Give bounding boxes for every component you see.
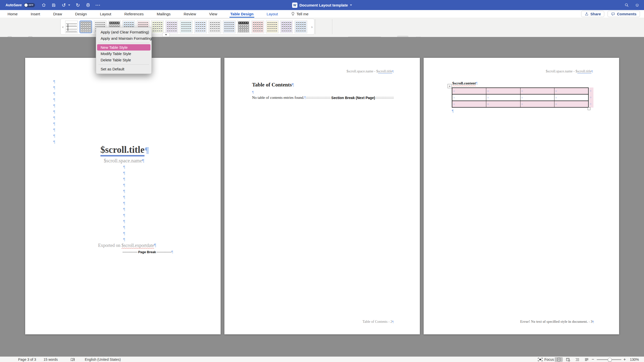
outline-view-button[interactable] (574, 357, 582, 362)
table-row[interactable]: ¤¤¤¤ (452, 95, 588, 101)
tab-tell-me[interactable]: Tell me (291, 12, 309, 16)
home-icon[interactable] (42, 3, 46, 7)
table-cell[interactable]: ¤ (452, 88, 486, 94)
autosave-toggle[interactable]: AutoSave OFF (6, 3, 35, 7)
pilcrow-mark: ¶ (123, 176, 125, 182)
word-count[interactable]: 15 words (44, 357, 58, 362)
menu-item-set-as-default[interactable]: Set as Default (97, 66, 150, 72)
pilcrow-mark: ¶ (123, 194, 125, 200)
gallery-expand-button[interactable] (162, 33, 170, 37)
print-layout-view-button[interactable] (555, 357, 563, 362)
title-chevron-down-icon[interactable] (350, 5, 352, 6)
redo-icon[interactable]: ↻ (76, 3, 80, 7)
tab-design[interactable]: Design (75, 10, 87, 18)
word-window: AutoSave OFF ↺ ↻ ··· W Document Layout t… (0, 0, 644, 362)
table-style-table-grid[interactable] (79, 21, 92, 33)
undo-icon[interactable]: ↺ (62, 3, 66, 7)
table-cell[interactable]: ¤ (486, 95, 520, 101)
table-cell[interactable]: ¤ (520, 95, 554, 101)
table-style-grid-purple[interactable] (280, 21, 293, 33)
autosave-state: OFF (29, 4, 34, 6)
menu-item-apply-maintain[interactable]: Apply and Maintain Formatting (97, 35, 150, 41)
comments-button[interactable]: Comments (608, 11, 640, 17)
print-icon[interactable] (86, 3, 90, 7)
table-row[interactable]: ¤¤¤¤ (452, 101, 588, 107)
tab-references[interactable]: References (124, 10, 144, 18)
table-style-grid-gray[interactable] (209, 21, 221, 33)
undo-chevron-down-icon[interactable] (68, 5, 70, 6)
page-1[interactable]: ¶¶¶¶¶¶¶¶¶¶¶ $scroll.title¶ $scroll.space… (25, 58, 221, 334)
tab-review[interactable]: Review (184, 10, 196, 18)
tab-layout[interactable]: Layout (100, 10, 111, 18)
table-style-grid-lavender[interactable] (166, 21, 178, 33)
table-row[interactable]: ¤¤¤¤ (452, 88, 588, 95)
menu-item-modify-table-style[interactable]: Modify Table Style (97, 51, 150, 57)
cell-end-marker: ¤ (520, 103, 523, 106)
page-3[interactable]: $scroll.space.name - $scroll.title¶ $scr… (424, 58, 619, 334)
pilcrow-mark: ¶ (123, 224, 125, 231)
table-style-grid-blue-3[interactable] (223, 21, 235, 33)
gallery-scroll-left-icon[interactable]: ‹ (61, 25, 65, 29)
table-cell[interactable]: ¤ (554, 88, 588, 94)
table-style-grid-blue-4[interactable] (295, 21, 307, 33)
table-style-grid-red[interactable] (252, 21, 264, 33)
feedback-smiley-icon[interactable]: ☺ (635, 3, 639, 8)
table-style-grid-aqua[interactable] (180, 21, 192, 33)
gallery-scroll-right-icon[interactable]: › (310, 25, 314, 29)
tab-view[interactable]: View (209, 10, 217, 18)
scroll-title-field: $scroll.title¶ (100, 144, 149, 155)
zoom-in-button[interactable]: + (623, 357, 626, 362)
focus-button[interactable]: Focus (538, 357, 554, 362)
tab-home[interactable]: Home (8, 10, 18, 18)
tab-table-design[interactable]: Table Design (230, 10, 253, 18)
proofing-status-icon[interactable] (70, 357, 75, 362)
table-cell[interactable]: ¤ (486, 88, 520, 94)
cell-end-marker: ¤ (520, 96, 523, 99)
menu-item-new-table-style[interactable]: New Table Style (97, 44, 150, 51)
table-cell[interactable]: ¤ (520, 88, 554, 94)
tab-insert[interactable]: Insert (31, 10, 40, 18)
pilcrow-mark: ¶ (123, 200, 125, 206)
table-style-grid-yellow[interactable] (266, 21, 278, 33)
table-style-grid-olive[interactable] (151, 21, 164, 33)
share-button[interactable]: Share (581, 11, 605, 17)
language-selector[interactable]: English (United States) (85, 357, 121, 362)
page-2[interactable]: $scroll.space.name - $scroll.title¶ Tabl… (224, 58, 420, 334)
pilcrow-mark: ¶ (123, 206, 125, 212)
more-icon[interactable]: ··· (96, 3, 100, 7)
search-icon[interactable] (624, 3, 629, 7)
cell-end-marker: ¤ (452, 89, 455, 93)
table-move-handle[interactable]: + (448, 84, 452, 88)
table-style-table-normal[interactable] (65, 21, 78, 33)
save-icon[interactable] (52, 3, 56, 7)
pilcrow-mark: ¶ (123, 231, 125, 237)
tab-draw[interactable]: Draw (53, 10, 62, 18)
tab-mailings[interactable]: Mailings (157, 10, 171, 18)
document-title-group[interactable]: W Document Layout template (292, 0, 352, 10)
table-cell[interactable]: ¤ (486, 101, 520, 107)
draft-view-button[interactable] (583, 357, 591, 362)
table-style-grid-black-dense[interactable] (237, 21, 250, 33)
table-resize-handle[interactable] (588, 107, 590, 110)
zoom-slider-thumb[interactable] (608, 358, 612, 362)
ribbon-tab-row: Home Insert Draw Design Layout Reference… (0, 10, 644, 18)
document-canvas: ¶¶¶¶¶¶¶¶¶¶¶ $scroll.title¶ $scroll.space… (0, 37, 644, 356)
table-style-grid-blue-2[interactable] (194, 21, 207, 33)
table-cell[interactable]: ¤ (554, 101, 588, 107)
autosave-switch[interactable]: OFF (24, 3, 35, 7)
table-cell[interactable]: ¤ (520, 101, 554, 107)
table-cell[interactable]: ¤ (452, 101, 486, 107)
content-table[interactable]: ¤¤¤¤¤¤¤¤¤¤¤¤ (452, 87, 589, 108)
tab-table-layout[interactable]: Layout (267, 10, 278, 18)
zoom-out-button[interactable]: − (592, 357, 594, 362)
pilcrow-mark: ¶ (53, 121, 55, 127)
web-layout-view-button[interactable] (564, 357, 572, 362)
table-cell[interactable]: ¤ (452, 95, 486, 101)
menu-item-apply-clear[interactable]: Apply (and Clear Formatting) (97, 29, 150, 35)
menu-item-delete-table-style[interactable]: Delete Table Style (97, 57, 150, 63)
zoom-percentage[interactable]: 130% (630, 357, 639, 362)
table-cell[interactable]: ¤ (554, 95, 588, 101)
document-title: Document Layout template (299, 3, 348, 7)
page-info[interactable]: Page 3 of 3 (18, 357, 36, 362)
pilcrow-mark: ¶ (53, 127, 55, 133)
